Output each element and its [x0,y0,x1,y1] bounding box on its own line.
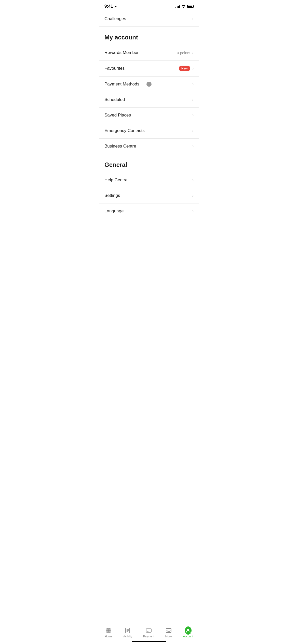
status-time: 9:41 ► [104,4,117,9]
saved-places-label: Saved Places [104,113,131,118]
payment-methods-right: › [192,82,194,86]
help-centre-label: Help Centre [104,178,128,183]
my-account-section-header: My account [99,27,199,45]
scheduled-menu-item[interactable]: Scheduled › [99,92,199,108]
wifi-icon [182,5,186,8]
business-centre-menu-item[interactable]: Business Centre › [99,139,199,154]
rewards-member-menu-item[interactable]: Rewards Member 0 points › [99,45,199,61]
rewards-right: 0 points › [177,50,194,55]
emergency-contacts-label: Emergency Contacts [104,128,145,133]
status-icons [175,5,194,8]
scheduled-label: Scheduled [104,97,125,102]
settings-right: › [192,193,194,198]
language-label: Language [104,209,124,214]
challenges-menu-item[interactable]: Challenges › [99,11,199,27]
favourites-right: New › [179,66,194,71]
payment-methods-menu-item[interactable]: Payment Methods › [99,77,199,92]
general-section-header: General [99,154,199,172]
business-centre-label: Business Centre [104,144,136,149]
settings-chevron: › [192,193,194,198]
business-centre-chevron: › [192,144,194,149]
scheduled-chevron: › [192,97,194,102]
emergency-contacts-menu-item[interactable]: Emergency Contacts › [99,123,199,139]
status-bar: 9:41 ► [99,0,199,11]
help-centre-chevron: › [192,178,194,182]
favourites-chevron: › [192,66,194,71]
settings-menu-item[interactable]: Settings › [99,188,199,203]
language-chevron: › [192,209,194,213]
emergency-contacts-right: › [192,128,194,133]
challenges-label: Challenges [104,16,126,21]
battery-icon [187,5,194,8]
touch-indicator [146,82,152,87]
rewards-label: Rewards Member [104,50,139,55]
rewards-value: 0 points [177,51,190,55]
saved-places-chevron: › [192,113,194,118]
rewards-chevron: › [192,50,194,55]
scheduled-right: › [192,97,194,102]
general-title: General [104,161,127,168]
favourites-badge: New [179,66,190,71]
emergency-contacts-chevron: › [192,128,194,133]
main-content: Challenges › My account Rewards Member 0… [99,11,199,242]
language-menu-item[interactable]: Language › [99,203,199,219]
payment-methods-label: Payment Methods [104,82,139,87]
challenges-chevron: › [192,17,194,21]
payment-methods-chevron: › [192,82,194,86]
business-centre-right: › [192,144,194,149]
help-centre-right: › [192,178,194,182]
help-centre-menu-item[interactable]: Help Centre › [99,172,199,188]
my-account-title: My account [104,34,138,41]
favourites-label: Favourites [104,66,125,71]
saved-places-menu-item[interactable]: Saved Places › [99,108,199,123]
signal-icon [175,5,180,8]
location-icon: ► [114,5,117,8]
saved-places-right: › [192,113,194,118]
settings-label: Settings [104,193,120,198]
favourites-menu-item[interactable]: Favourites New › [99,61,199,77]
